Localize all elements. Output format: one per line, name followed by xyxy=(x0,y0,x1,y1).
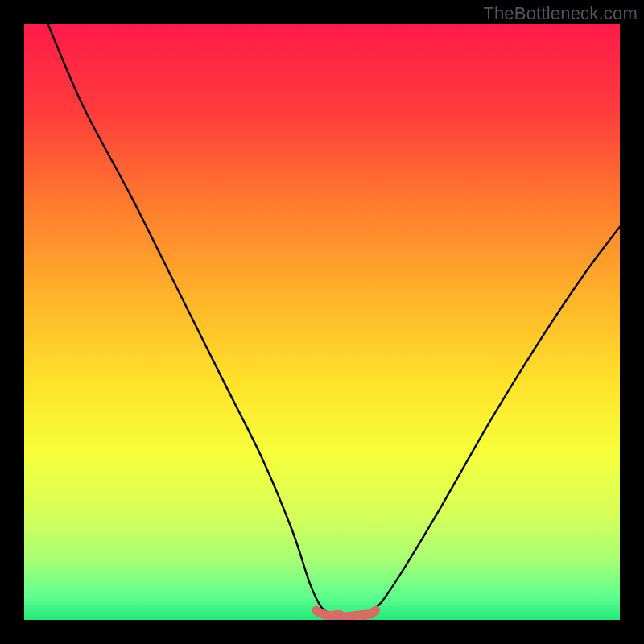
chart-frame: TheBottleneck.com xyxy=(0,0,644,644)
watermark-text: TheBottleneck.com xyxy=(483,3,638,24)
plot-area xyxy=(24,24,620,620)
bottleneck-curve xyxy=(24,24,620,620)
